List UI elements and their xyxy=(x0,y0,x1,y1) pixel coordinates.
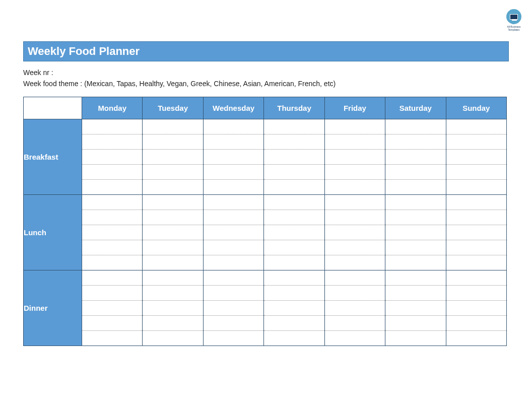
cell-dinner-sunday[interactable] xyxy=(446,270,506,346)
day-header-monday: Monday xyxy=(82,97,143,119)
week-theme-hint: (Mexican, Tapas, Healthy, Vegan, Greek, … xyxy=(84,80,336,88)
cell-dinner-monday[interactable] xyxy=(82,270,143,346)
day-header-thursday: Thursday xyxy=(264,97,324,119)
day-header-saturday: Saturday xyxy=(385,97,446,119)
document-page: Weekly Food Planner Week nr : Week food … xyxy=(0,0,532,366)
day-header-sunday: Sunday xyxy=(446,97,506,119)
cell-lunch-saturday[interactable] xyxy=(385,195,446,270)
week-number-row: Week nr : xyxy=(23,67,509,78)
meal-header-lunch: Lunch xyxy=(24,195,82,270)
week-theme-label: Week food theme : xyxy=(23,80,82,88)
row-breakfast: Breakfast xyxy=(24,119,507,195)
planner-table: Monday Tuesday Wednesday Thursday Friday… xyxy=(23,97,507,346)
cell-breakfast-monday[interactable] xyxy=(82,119,143,195)
cell-lunch-sunday[interactable] xyxy=(446,195,506,270)
brand-logo: All Business Templates xyxy=(505,9,523,31)
cell-lunch-thursday[interactable] xyxy=(264,195,324,270)
cell-dinner-saturday[interactable] xyxy=(385,270,446,346)
row-dinner: Dinner xyxy=(24,270,507,346)
page-title: Weekly Food Planner xyxy=(23,41,509,61)
day-header-friday: Friday xyxy=(324,97,385,119)
cell-dinner-friday[interactable] xyxy=(324,270,385,346)
cell-breakfast-friday[interactable] xyxy=(324,119,385,195)
cell-breakfast-sunday[interactable] xyxy=(446,119,506,195)
cell-lunch-friday[interactable] xyxy=(324,195,385,270)
cell-lunch-tuesday[interactable] xyxy=(143,195,203,270)
meta-block: Week nr : Week food theme : (Mexican, Ta… xyxy=(23,67,509,89)
cell-dinner-wednesday[interactable] xyxy=(203,270,263,346)
week-number-label: Week nr : xyxy=(23,68,53,77)
cell-breakfast-thursday[interactable] xyxy=(264,119,324,195)
row-lunch: Lunch xyxy=(24,195,507,270)
cell-breakfast-saturday[interactable] xyxy=(385,119,446,195)
header-corner xyxy=(24,97,82,119)
cell-dinner-tuesday[interactable] xyxy=(143,270,203,346)
day-header-wednesday: Wednesday xyxy=(203,97,263,119)
meal-header-breakfast: Breakfast xyxy=(24,119,82,195)
meal-header-dinner: Dinner xyxy=(24,270,82,346)
cell-breakfast-wednesday[interactable] xyxy=(203,119,263,195)
cell-lunch-wednesday[interactable] xyxy=(203,195,263,270)
laptop-icon xyxy=(506,9,521,24)
cell-lunch-monday[interactable] xyxy=(82,195,143,270)
day-header-tuesday: Tuesday xyxy=(143,97,203,119)
week-theme-row: Week food theme : (Mexican, Tapas, Healt… xyxy=(23,79,509,89)
header-row: Monday Tuesday Wednesday Thursday Friday… xyxy=(24,97,507,119)
brand-text: All Business Templates xyxy=(505,25,523,31)
cell-breakfast-tuesday[interactable] xyxy=(143,119,203,195)
cell-dinner-thursday[interactable] xyxy=(264,270,324,346)
